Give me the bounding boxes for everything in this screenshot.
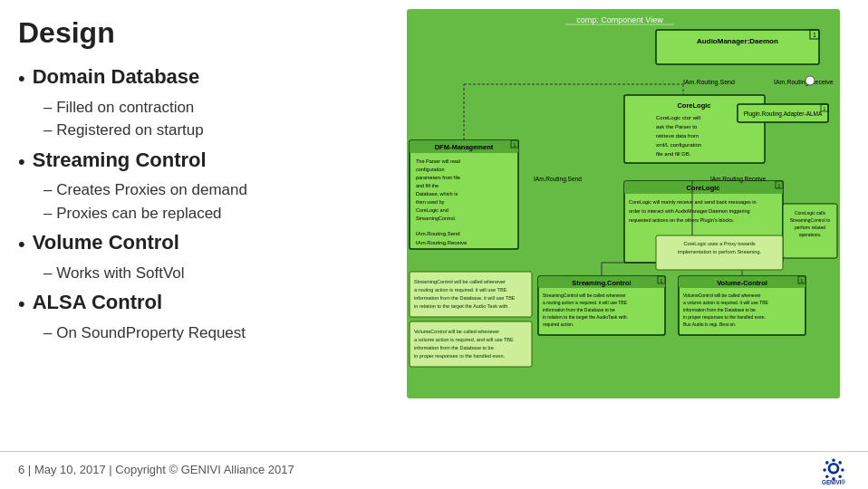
sub-item-proxies-demand: Creates Proxies on demand bbox=[43, 178, 381, 202]
bullet-domain-db: • Domain Database bbox=[18, 64, 381, 92]
svg-text:in proper responses to the han: in proper responses to the handled even. bbox=[683, 314, 766, 320]
svg-text:VolumeControl will be called w: VolumeControl will be called whenever bbox=[414, 329, 499, 334]
svg-text:information from the Database : information from the Database to be bbox=[543, 307, 615, 312]
svg-text:CoreLogic and: CoreLogic and bbox=[416, 207, 448, 213]
svg-text:IAm.Routing.Send: IAm.Routing.Send bbox=[683, 79, 735, 86]
svg-text:1: 1 bbox=[801, 278, 804, 283]
svg-rect-3 bbox=[656, 30, 819, 64]
footer-text: 6 | May 10, 2017 | Copyright © GENIVI Al… bbox=[18, 463, 294, 476]
svg-text:information from the Database : information from the Database to be bbox=[683, 307, 756, 312]
svg-point-99 bbox=[823, 468, 826, 472]
svg-point-100 bbox=[825, 461, 829, 465]
bullet-volume: • Volume Control bbox=[18, 230, 381, 258]
svg-text:in proper responses to the han: in proper responses to the handled even. bbox=[414, 353, 505, 359]
svg-text:CoreLogic: CoreLogic bbox=[686, 184, 719, 192]
svg-text:IAm.Routing.Send: IAm.Routing.Send bbox=[416, 231, 460, 236]
page-title: Design bbox=[18, 16, 381, 50]
bullet-alsa: • ALSA Control bbox=[18, 290, 381, 318]
svg-text:retrieve data from: retrieve data from bbox=[656, 133, 699, 139]
footer-sep1: | bbox=[28, 463, 31, 476]
svg-point-95 bbox=[841, 468, 844, 472]
footer-date: May 10, 2017 bbox=[34, 463, 106, 476]
sub-item-softvol: Works with SoftVol bbox=[43, 262, 381, 285]
genivi-logo-container: GENIVI® bbox=[817, 454, 850, 486]
svg-point-93 bbox=[832, 458, 835, 462]
svg-text:a volume action is required, a: a volume action is required, and will us… bbox=[414, 337, 514, 342]
svg-text:IAm.Routing.Receive: IAm.Routing.Receive bbox=[416, 240, 468, 245]
svg-point-92 bbox=[830, 465, 836, 471]
svg-text:requested actions on the other: requested actions on the others Plugin's… bbox=[629, 217, 735, 223]
svg-text:implementation to perform Stre: implementation to perform Streaming. bbox=[678, 249, 761, 254]
bullet-label-alsa: ALSA Control bbox=[33, 290, 162, 316]
genivi-icon: GENIVI® bbox=[817, 454, 850, 486]
svg-text:operations.: operations. bbox=[799, 232, 822, 237]
svg-text:ask the Parser to: ask the Parser to bbox=[656, 124, 698, 129]
svg-text:then used by: then used by bbox=[416, 199, 445, 205]
svg-text:Bus Audio lx regi..Best on.: Bus Audio lx regi..Best on. bbox=[683, 321, 736, 327]
svg-text:Plugin.Routing.Adapter-ALMA: Plugin.Routing.Adapter-ALMA bbox=[744, 110, 823, 118]
svg-text:Database, which is: Database, which is bbox=[416, 191, 458, 197]
diagram-svg: comp: Component View AudioManager:Daemon… bbox=[402, 5, 846, 403]
svg-text:CoreLogic ctor will: CoreLogic ctor will bbox=[656, 115, 700, 120]
sub-item-filled: Filled on contraction bbox=[43, 96, 381, 120]
svg-text:and fill the: and fill the bbox=[416, 183, 439, 188]
svg-text:comp: Component View: comp: Component View bbox=[576, 15, 663, 24]
svg-text:1: 1 bbox=[813, 32, 816, 38]
bullet-dot-3: • bbox=[18, 232, 25, 258]
svg-text:information from the Database.: information from the Database. it will u… bbox=[414, 295, 516, 301]
bullet-label-domain-db: Domain Database bbox=[33, 64, 200, 91]
page-number: 6 bbox=[18, 463, 24, 476]
svg-text:AudioManager:Daemon: AudioManager:Daemon bbox=[697, 37, 778, 45]
svg-text:Volume-Control: Volume-Control bbox=[717, 279, 767, 287]
svg-text:The Parser will read: The Parser will read bbox=[416, 158, 460, 164]
svg-text:configuration: configuration bbox=[416, 167, 445, 172]
svg-text:StreamingControl.: StreamingControl. bbox=[416, 216, 457, 221]
svg-text:parameters from file: parameters from file bbox=[416, 175, 460, 180]
svg-text:IAm.Routing.Receive: IAm.Routing.Receive bbox=[710, 176, 766, 183]
sub-items-volume: Works with SoftVol bbox=[43, 262, 381, 285]
svg-point-94 bbox=[838, 461, 842, 465]
svg-text:CoreLogic: CoreLogic bbox=[677, 101, 710, 110]
svg-text:Streaming.Control: Streaming.Control bbox=[572, 279, 631, 287]
svg-text:StreamingControl will be calle: StreamingControl will be called whenever bbox=[543, 292, 626, 298]
svg-text:1: 1 bbox=[824, 106, 826, 111]
right-panel: comp: Component View AudioManager:Daemon… bbox=[399, 9, 850, 451]
content-area: Design • Domain Database Filled on contr… bbox=[0, 0, 868, 451]
svg-text:xml/L configuration: xml/L configuration bbox=[656, 142, 701, 148]
sub-item-proxies-replace: Proxies can be replaced bbox=[43, 202, 381, 225]
svg-text:required action.: required action. bbox=[543, 321, 574, 327]
sub-item-soundproperty: On SoundProperty Request bbox=[43, 321, 381, 345]
sub-items-alsa: On SoundProperty Request bbox=[43, 321, 381, 345]
svg-text:1: 1 bbox=[514, 142, 516, 148]
svg-text:a routing action is required. : a routing action is required. it will us… bbox=[414, 287, 507, 292]
svg-text:in relation to the target the : in relation to the target the AudioTask … bbox=[543, 314, 628, 320]
svg-point-96 bbox=[838, 475, 842, 478]
svg-text:in relation to the target the : in relation to the target the Audio Task… bbox=[414, 303, 509, 309]
sub-item-registered: Registered on startup bbox=[43, 119, 381, 142]
svg-point-98 bbox=[825, 475, 829, 478]
sub-items-domain-db: Filled on contraction Registered on star… bbox=[43, 96, 381, 142]
svg-text:GENIVI®: GENIVI® bbox=[822, 479, 845, 485]
svg-text:order to interact with AudioMa: order to interact with AudioManager:Daem… bbox=[629, 208, 750, 214]
svg-text:IAm.Routing.Receive: IAm.Routing.Receive bbox=[774, 79, 834, 86]
svg-text:information from the Database : information from the Database to be bbox=[414, 345, 494, 350]
svg-text:CoreLogic uses a Proxy towards: CoreLogic uses a Proxy towards bbox=[683, 241, 755, 246]
footer-sep2: | bbox=[109, 463, 111, 476]
footer-copyright: Copyright © GENIVI Alliance 2017 bbox=[115, 463, 294, 476]
bullet-dot-1: • bbox=[18, 66, 25, 92]
svg-text:StreamingControl will be calle: StreamingControl will be called whenever bbox=[414, 279, 506, 284]
bullet-dot-4: • bbox=[18, 292, 25, 318]
svg-text:CoreLogic calls: CoreLogic calls bbox=[795, 210, 826, 216]
slide-container: Design • Domain Database Filled on contr… bbox=[0, 0, 868, 489]
svg-text:1: 1 bbox=[778, 183, 781, 188]
bullet-dot-2: • bbox=[18, 149, 25, 176]
bullet-label-volume: Volume Control bbox=[33, 230, 179, 256]
svg-text:a routing action is required. : a routing action is required. it will us… bbox=[543, 300, 628, 305]
svg-text:IAm.Routing.Send: IAm.Routing.Send bbox=[534, 176, 582, 183]
architecture-diagram: comp: Component View AudioManager:Daemon… bbox=[402, 5, 846, 403]
svg-text:1: 1 bbox=[661, 278, 663, 283]
svg-text:perform related: perform related bbox=[795, 225, 825, 230]
svg-text:a volume action is required. i: a volume action is required. it will use… bbox=[683, 300, 769, 305]
svg-point-9 bbox=[805, 76, 815, 85]
bullet-streaming: • Streaming Control bbox=[18, 148, 381, 176]
